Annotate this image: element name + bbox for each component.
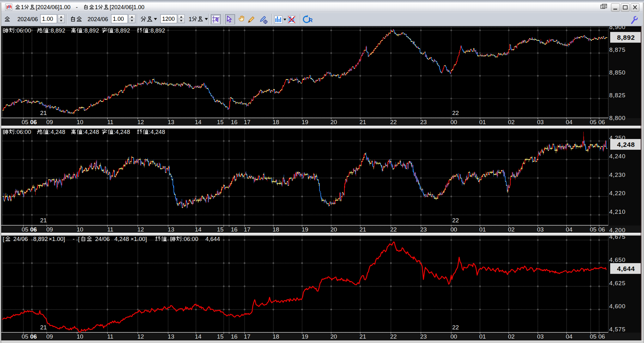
- svg-text:-: -: [76, 4, 78, 10]
- svg-text:8,800: 8,800: [609, 115, 626, 121]
- svg-text:22: 22: [390, 119, 397, 125]
- svg-text:06: 06: [30, 333, 37, 340]
- svg-text:09: 09: [46, 226, 53, 233]
- svg-text:1: 1: [21, 4, 24, 10]
- svg-text:4,220: 4,220: [609, 190, 626, 196]
- svg-text:21: 21: [359, 333, 366, 340]
- svg-text:2024/06: 2024/06: [17, 16, 38, 22]
- svg-text:02: 02: [508, 226, 514, 233]
- svg-text:16: 16: [231, 333, 237, 340]
- svg-text:22: 22: [452, 110, 459, 116]
- svg-text:[: [: [3, 236, 4, 242]
- svg-text:16: 16: [231, 119, 237, 125]
- svg-text:23: 23: [420, 119, 427, 125]
- svg-text:15: 15: [217, 333, 223, 340]
- svg-text:10: 10: [76, 119, 83, 125]
- svg-text:06: 06: [30, 119, 37, 125]
- svg-text::06:00: :06:00: [15, 129, 31, 135]
- svg-text:12: 12: [137, 333, 144, 340]
- svg-text::4,248: :4,248: [49, 129, 65, 135]
- svg-text:09: 09: [46, 333, 53, 340]
- svg-text:18: 18: [272, 119, 279, 125]
- svg-text:20: 20: [330, 226, 337, 233]
- svg-text:06: 06: [598, 119, 605, 125]
- svg-text:4,644: 4,644: [617, 265, 635, 272]
- svg-text:05: 05: [21, 333, 28, 340]
- svg-text:15: 15: [217, 226, 223, 233]
- svg-text:15: 15: [217, 119, 223, 125]
- svg-text:23: 23: [420, 226, 427, 233]
- svg-text:14: 14: [195, 226, 202, 233]
- svg-text:8,892: 8,892: [33, 236, 48, 242]
- svg-text:01: 01: [479, 226, 486, 233]
- svg-text:02: 02: [508, 333, 514, 340]
- svg-text:4,650: 4,650: [609, 256, 626, 263]
- svg-text:22: 22: [452, 324, 459, 331]
- svg-text:13: 13: [167, 333, 174, 340]
- svg-text:[2024/06]1.00: [2024/06]1.00: [36, 4, 70, 10]
- svg-text:00: 00: [450, 119, 457, 125]
- svg-text:R: R: [309, 17, 313, 23]
- svg-text:21: 21: [359, 119, 366, 125]
- svg-text:13: 13: [167, 119, 174, 125]
- svg-text:06: 06: [598, 333, 605, 340]
- svg-text:21: 21: [40, 324, 47, 331]
- svg-text:22: 22: [390, 333, 397, 340]
- svg-text:04: 04: [566, 226, 573, 233]
- svg-text:03: 03: [537, 226, 544, 233]
- svg-text:19: 19: [301, 333, 308, 340]
- svg-text:14: 14: [195, 333, 202, 340]
- svg-text:21: 21: [359, 226, 366, 233]
- svg-text:24/06: 24/06: [95, 236, 110, 242]
- svg-text:1: 1: [189, 16, 192, 22]
- svg-text:20: 20: [330, 333, 337, 340]
- svg-text:00: 00: [450, 226, 457, 233]
- svg-text:-: -: [73, 236, 75, 242]
- svg-text:12: 12: [137, 226, 144, 233]
- svg-text:00: 00: [450, 333, 457, 340]
- svg-text:1: 1: [95, 4, 98, 10]
- svg-text::8,892: :8,892: [49, 27, 65, 34]
- svg-text:10: 10: [76, 333, 83, 340]
- svg-text:13: 13: [167, 226, 174, 233]
- svg-text:2024/06: 2024/06: [88, 16, 108, 22]
- svg-text:12: 12: [137, 119, 144, 125]
- svg-text:4,240: 4,240: [609, 153, 626, 159]
- svg-text:4,644: 4,644: [205, 236, 220, 242]
- svg-text:4,230: 4,230: [609, 172, 626, 178]
- svg-text:17: 17: [244, 333, 250, 340]
- svg-text:4,575: 4,575: [609, 326, 626, 333]
- svg-text:8,875: 8,875: [609, 46, 626, 53]
- svg-text:18: 18: [272, 226, 279, 233]
- svg-text:05: 05: [21, 226, 28, 233]
- svg-text:04: 04: [566, 119, 573, 125]
- svg-text:1200: 1200: [162, 16, 175, 22]
- svg-text:8,825: 8,825: [609, 92, 626, 99]
- svg-text:8,892: 8,892: [617, 34, 635, 41]
- svg-text::06:00: :06:00: [15, 27, 31, 34]
- svg-text:01: 01: [479, 119, 486, 125]
- svg-text:23: 23: [420, 333, 427, 340]
- svg-text:4,248: 4,248: [617, 141, 635, 148]
- svg-text:19: 19: [301, 226, 308, 233]
- svg-text:4,600: 4,600: [609, 303, 626, 310]
- svg-text::4,248: :4,248: [114, 129, 130, 135]
- svg-text:4,210: 4,210: [609, 208, 626, 215]
- svg-text:17: 17: [244, 226, 250, 233]
- svg-text:01: 01: [479, 333, 486, 340]
- svg-text:03: 03: [537, 333, 544, 340]
- svg-text:×1.00]: ×1.00]: [131, 236, 147, 242]
- svg-text:21: 21: [40, 217, 47, 224]
- svg-text::4,248: :4,248: [149, 129, 165, 135]
- svg-text:19: 19: [301, 119, 308, 125]
- svg-text:16: 16: [231, 226, 237, 233]
- svg-text:11: 11: [107, 226, 113, 233]
- svg-text:10: 10: [76, 226, 83, 233]
- svg-text:18: 18: [272, 333, 279, 340]
- svg-text:14: 14: [195, 119, 202, 125]
- svg-text:03: 03: [537, 119, 544, 125]
- svg-text:05: 05: [21, 119, 28, 125]
- svg-text:4,200: 4,200: [609, 227, 626, 233]
- svg-text:[: [: [78, 236, 80, 242]
- svg-text::06:00: :06:00: [182, 236, 198, 242]
